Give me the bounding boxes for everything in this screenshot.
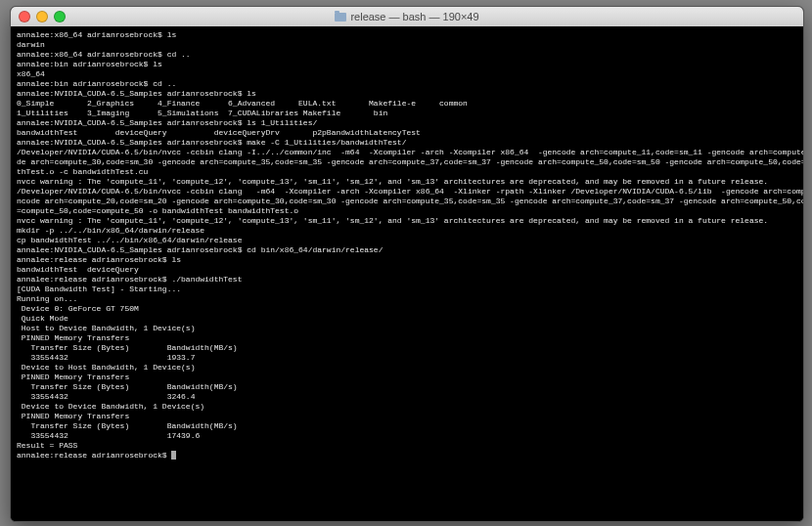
terminal-line: annalee:release adrianrosebrock$ ./bandw… xyxy=(17,275,797,285)
terminal-line: Transfer Size (Bytes) Bandwidth(MB/s) xyxy=(17,421,797,431)
terminal-line: annalee:x86_64 adrianrosebrock$ ls xyxy=(17,30,797,40)
cursor-icon xyxy=(171,451,176,460)
zoom-icon[interactable] xyxy=(54,11,66,22)
title-text: release — bash — 190×49 xyxy=(350,12,478,22)
terminal-line: annalee:x86_64 adrianrosebrock$ cd .. xyxy=(17,50,797,60)
terminal-line: 33554432 3246.4 xyxy=(17,392,797,402)
terminal-line: darwin xyxy=(17,40,797,50)
terminal-line: Host to Device Bandwidth, 1 Device(s) xyxy=(17,324,797,333)
terminal-line: annalee:NVIDIA_CUDA-6.5_Samples adrianro… xyxy=(17,245,797,255)
terminal-line: Running on... xyxy=(17,294,797,304)
terminal-line: PINNED Memory Transfers xyxy=(17,373,797,382)
terminal-line: PINNED Memory Transfers xyxy=(17,412,797,421)
terminal-line: Transfer Size (Bytes) Bandwidth(MB/s) xyxy=(17,343,797,353)
terminal-line: de arch=compute_30,code=sm_30 -gencode a… xyxy=(17,157,797,167)
terminal-line: annalee:NVIDIA_CUDA-6.5_Samples adrianro… xyxy=(17,89,797,99)
terminal-line: 33554432 1933.7 xyxy=(17,353,797,363)
terminal-line: /Developer/NVIDIA/CUDA-6.5/bin/nvcc -ccb… xyxy=(17,148,797,157)
terminal-line: Transfer Size (Bytes) Bandwidth(MB/s) xyxy=(17,382,797,392)
terminal-line: Device 0: GeForce GT 750M xyxy=(17,304,797,314)
terminal-line: bandwidthTest deviceQuery deviceQueryDrv… xyxy=(17,128,797,138)
terminal-line: mkdir -p ../../bin/x86_64/darwin/release xyxy=(17,226,797,236)
minimize-icon[interactable] xyxy=(36,11,48,22)
terminal-line: 1_Utilities 3_Imaging 5_Simulations 7_CU… xyxy=(17,109,797,118)
terminal-line: Device to Device Bandwidth, 1 Device(s) xyxy=(17,402,797,412)
terminal-prompt[interactable]: annalee:release adrianrosebrock$ xyxy=(17,451,797,460)
terminal-line: /Developer/NVIDIA/CUDA-6.5/bin/nvcc -ccb… xyxy=(17,187,797,197)
terminal-line: annalee:NVIDIA_CUDA-6.5_Samples adrianro… xyxy=(17,138,797,148)
terminal-content[interactable]: annalee:x86_64 adrianrosebrock$ lsdarwin… xyxy=(11,26,803,521)
terminal-line: =compute_50,code=compute_50 -o bandwidth… xyxy=(17,206,797,216)
terminal-line: 0_Simple 2_Graphics 4_Finance 6_Advanced… xyxy=(17,99,797,109)
terminal-line: nvcc warning : The 'compute_11', 'comput… xyxy=(17,177,797,187)
terminal-line: ncode arch=compute_20,code=sm_20 -gencod… xyxy=(17,197,797,206)
window-title: release — bash — 190×49 xyxy=(11,12,803,22)
terminal-window: release — bash — 190×49 annalee:x86_64 a… xyxy=(10,6,804,522)
traffic-lights xyxy=(19,11,66,22)
terminal-line: cp bandwidthTest ../../bin/x86_64/darwin… xyxy=(17,236,797,245)
titlebar: release — bash — 190×49 xyxy=(11,7,803,27)
terminal-line: Quick Mode xyxy=(17,314,797,324)
terminal-line: nvcc warning : The 'compute_11', 'comput… xyxy=(17,216,797,226)
prompt-text: annalee:release adrianrosebrock$ xyxy=(17,451,171,460)
terminal-line: annalee:bin adrianrosebrock$ cd .. xyxy=(17,79,797,89)
terminal-line: Device to Host Bandwidth, 1 Device(s) xyxy=(17,363,797,373)
terminal-line: 33554432 17439.6 xyxy=(17,431,797,441)
terminal-line: [CUDA Bandwidth Test] - Starting... xyxy=(17,285,797,294)
terminal-line: annalee:bin adrianrosebrock$ ls xyxy=(17,60,797,69)
terminal-line: x86_64 xyxy=(17,69,797,79)
terminal-line: annalee:release adrianrosebrock$ ls xyxy=(17,255,797,265)
terminal-line: PINNED Memory Transfers xyxy=(17,333,797,343)
terminal-line: Result = PASS xyxy=(17,441,797,451)
close-icon[interactable] xyxy=(19,11,30,22)
terminal-line: annalee:NVIDIA_CUDA-6.5_Samples adrianro… xyxy=(17,118,797,128)
terminal-line: thTest.o -c bandwidthTest.cu xyxy=(17,167,797,177)
terminal-line: bandwidthTest deviceQuery xyxy=(17,265,797,275)
folder-icon xyxy=(335,13,346,22)
